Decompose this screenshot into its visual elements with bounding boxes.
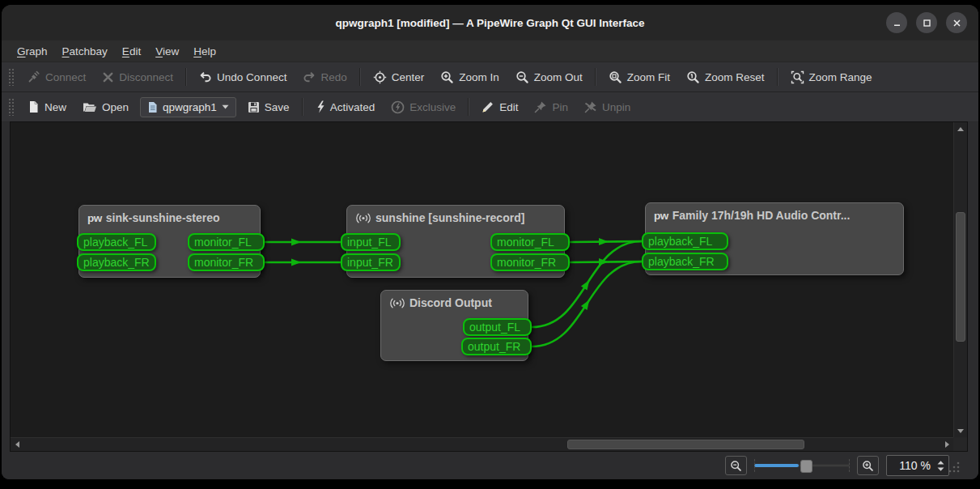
pipewire-icon: pw	[654, 210, 668, 222]
node-title: Discord Output	[409, 296, 492, 309]
edit-button[interactable]: Edit	[473, 96, 526, 117]
status-zoom-in-button[interactable]	[857, 456, 879, 475]
zoom-range-button[interactable]: Zoom Range	[783, 66, 880, 88]
port-output[interactable]: monitor_FL	[188, 233, 265, 251]
connect-button[interactable]: Connect	[19, 66, 94, 87]
unpin-icon	[584, 100, 597, 113]
exclusive-button[interactable]: Exclusive	[383, 96, 464, 118]
graph-canvas[interactable]: pw sink-sunshine-stereo playback_FL play…	[11, 122, 953, 437]
zoom-in-icon	[862, 460, 874, 472]
node-title-bar: pw Family 17h/19h HD Audio Contr...	[646, 203, 903, 222]
activated-button[interactable]: Activated	[308, 96, 384, 117]
undo-icon	[199, 70, 212, 83]
toolbar-separator	[185, 68, 187, 86]
menu-help[interactable]: Help	[186, 43, 223, 60]
close-button[interactable]	[946, 12, 967, 33]
open-button[interactable]: Open	[74, 97, 137, 117]
zoom-out-button[interactable]: Zoom Out	[507, 66, 591, 88]
spin-up-icon[interactable]	[937, 461, 944, 465]
scrollbar-corner	[953, 437, 967, 451]
app-window: qpwgraph1 [modified] — A PipeWire Graph …	[2, 5, 978, 479]
exclusive-lightning-icon	[391, 100, 405, 114]
unpin-button[interactable]: Unpin	[576, 96, 638, 117]
port-input[interactable]: playback_FR	[77, 253, 156, 271]
zoom-spinbox[interactable]: 110 %	[886, 455, 949, 476]
disconnect-button[interactable]: Disconnect	[94, 67, 181, 87]
title-bar[interactable]: qpwgraph1 [modified] — A PipeWire Graph …	[2, 5, 978, 40]
port-input[interactable]: playback_FL	[77, 233, 156, 251]
node-title: sunshine [sunshine-record]	[375, 211, 524, 224]
save-icon	[248, 101, 260, 113]
vertical-scroll-thumb[interactable]	[956, 212, 965, 342]
window-title: qpwgraph1 [modified] — A PipeWire Graph …	[335, 17, 644, 29]
zoom-reset-button[interactable]: Zoom Reset	[678, 66, 773, 88]
zoom-reset-icon	[686, 70, 700, 84]
patchbay-toolbar: New Open qpwgraph1 Save	[2, 92, 978, 122]
status-bar: 110 %	[2, 452, 978, 479]
scroll-up-button[interactable]	[954, 122, 967, 135]
menu-patchbay[interactable]: Patchbay	[55, 43, 115, 60]
zoom-range-icon	[791, 70, 804, 84]
zoom-in-button[interactable]: Zoom In	[432, 66, 507, 88]
window-controls	[886, 12, 967, 33]
open-folder-icon	[83, 101, 97, 113]
spin-down-icon[interactable]	[937, 467, 944, 471]
redo-button[interactable]: Redo	[295, 66, 354, 87]
port-output[interactable]: monitor_FR	[490, 253, 570, 271]
node-title: sink-sunshine-stereo	[106, 211, 220, 224]
zoom-slider[interactable]	[754, 458, 850, 473]
center-icon	[373, 70, 387, 84]
zoom-out-icon	[730, 460, 742, 472]
port-output[interactable]: output_FL	[463, 318, 532, 336]
pipewire-icon: pw	[87, 212, 102, 224]
zoom-fit-button[interactable]: Zoom Fit	[600, 66, 678, 88]
toolbar-separator	[359, 68, 361, 86]
port-output[interactable]: monitor_FL	[490, 233, 570, 251]
port-input[interactable]: input_FR	[341, 253, 401, 271]
toolbar-drag-handle[interactable]	[8, 68, 15, 86]
pin-button[interactable]: Pin	[526, 96, 576, 117]
zoom-fit-icon	[609, 70, 622, 84]
menu-edit[interactable]: Edit	[115, 43, 148, 60]
port-output[interactable]: monitor_FR	[188, 253, 265, 271]
node-title-bar: pw sink-sunshine-stereo	[79, 206, 260, 224]
save-button[interactable]: Save	[240, 97, 298, 117]
menu-graph[interactable]: Graph	[10, 43, 55, 60]
zoom-slider-handle[interactable]	[800, 460, 812, 473]
connect-icon	[28, 70, 40, 83]
graph-canvas-frame: pw sink-sunshine-stereo playback_FL play…	[10, 121, 968, 452]
port-output[interactable]: output_FR	[461, 338, 532, 355]
window-resize-grip[interactable]	[948, 461, 961, 477]
port-input[interactable]: playback_FR	[642, 253, 728, 270]
toolbar-separator	[777, 68, 778, 86]
port-input[interactable]: input_FL	[341, 233, 401, 251]
port-input[interactable]: playback_FL	[642, 232, 728, 250]
scroll-down-button[interactable]	[954, 424, 967, 437]
new-button[interactable]: New	[19, 96, 74, 117]
close-icon	[952, 19, 961, 28]
horizontal-scrollbar[interactable]	[11, 437, 953, 451]
horizontal-scroll-thumb[interactable]	[567, 440, 804, 449]
minimize-button[interactable]	[886, 12, 907, 33]
undo-connect-button[interactable]: Undo Connect	[191, 66, 295, 87]
zoom-out-icon	[515, 70, 529, 84]
slider-tick	[849, 459, 850, 472]
audio-stream-icon	[389, 297, 405, 309]
zoom-in-icon	[440, 70, 454, 84]
center-button[interactable]: Center	[365, 66, 433, 88]
connections-layer	[11, 122, 953, 437]
scroll-right-button[interactable]	[940, 438, 953, 451]
menu-view[interactable]: View	[148, 43, 186, 60]
patchbay-file-icon	[147, 101, 158, 113]
maximize-icon	[923, 19, 931, 28]
chevron-down-icon	[222, 104, 229, 109]
session-selector[interactable]: qpwgraph1	[140, 97, 236, 117]
status-zoom-out-button[interactable]	[725, 456, 747, 475]
vertical-scrollbar[interactable]	[953, 122, 967, 437]
scroll-left-button[interactable]	[11, 438, 23, 451]
zoom-value: 110 %	[887, 459, 935, 472]
toolbar-drag-handle[interactable]	[8, 98, 15, 116]
audio-stream-icon	[355, 212, 371, 224]
new-file-icon	[28, 100, 40, 113]
maximize-button[interactable]	[916, 12, 937, 33]
